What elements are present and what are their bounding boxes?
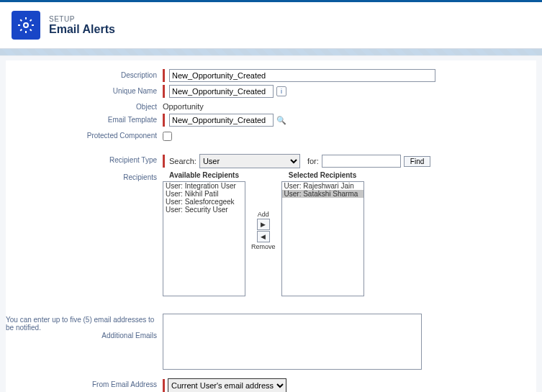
required-indicator [163, 69, 165, 82]
page-title: Email Alerts [49, 23, 115, 36]
recipient-type-label: Recipient Type [6, 154, 163, 164]
remove-button[interactable]: ◀ [257, 231, 270, 242]
recipient-search-input[interactable] [322, 155, 401, 168]
list-item[interactable]: User: Satakshi Sharma [282, 190, 363, 198]
from-email-label: From Email Address [6, 378, 163, 388]
recipients-label: Recipients [6, 171, 163, 181]
object-label: Object [6, 101, 163, 111]
list-item[interactable]: User: Salesforcegeek [163, 198, 245, 206]
description-label: Description [6, 69, 163, 79]
for-label: for: [307, 157, 319, 165]
list-item[interactable]: User: Rajeshwari Jain [282, 182, 363, 190]
info-icon[interactable]: i [276, 86, 286, 96]
form-container: Description Unique Name i Object Opportu… [6, 60, 536, 392]
selected-recipients-header: Selected Recipients [289, 171, 356, 179]
protected-component-label: Protected Component [6, 129, 163, 140]
additional-emails-textarea[interactable] [163, 314, 422, 370]
additional-emails-hint: You can enter up to five (5) email addre… [6, 316, 157, 332]
object-value: Opportunity [163, 101, 204, 111]
remove-label: Remove [251, 243, 276, 250]
search-label: Search: [169, 157, 197, 165]
available-recipients-header: Available Recipients [169, 171, 239, 179]
required-indicator [163, 155, 165, 168]
selected-recipients-list[interactable]: User: Rajeshwari JainUser: Satakshi Shar… [281, 181, 364, 296]
page-header: SETUP Email Alerts [0, 2, 542, 49]
decorative-strip [0, 49, 542, 56]
email-template-label: Email Template [6, 114, 163, 124]
available-recipients-list[interactable]: User: Integration UserUser: Nikhil Patil… [163, 181, 245, 296]
list-item[interactable]: User: Nikhil Patil [163, 190, 245, 198]
required-indicator [163, 379, 165, 392]
svg-point-0 [24, 23, 28, 27]
additional-emails-label: Additional Emails [6, 332, 157, 339]
lookup-icon[interactable]: 🔍 [276, 115, 286, 125]
unique-name-input[interactable] [169, 85, 274, 98]
gear-icon [12, 11, 40, 40]
add-button[interactable]: ▶ [257, 219, 270, 230]
find-button[interactable]: Find [404, 156, 430, 167]
recipient-type-select[interactable]: User [199, 154, 300, 168]
list-item[interactable]: User: Security User [163, 206, 245, 214]
unique-name-label: Unique Name [6, 85, 163, 95]
setup-breadcrumb: SETUP [49, 15, 115, 23]
required-indicator [163, 85, 165, 98]
list-item[interactable]: User: Integration User [163, 182, 245, 190]
email-template-input[interactable] [169, 114, 274, 127]
add-label: Add [258, 211, 269, 218]
protected-component-checkbox[interactable] [163, 132, 172, 141]
from-email-select[interactable]: Current User's email address [168, 378, 286, 392]
description-input[interactable] [169, 69, 435, 82]
required-indicator [163, 114, 165, 127]
